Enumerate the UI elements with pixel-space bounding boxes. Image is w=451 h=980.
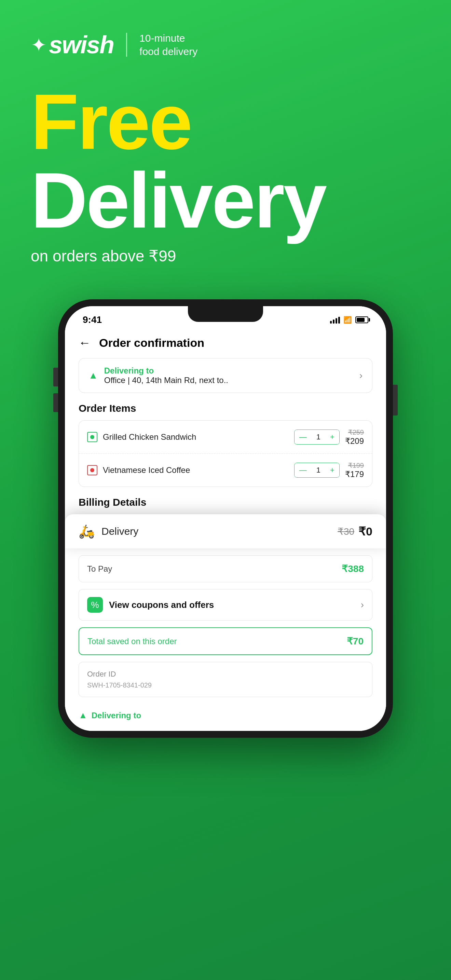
item-price-area: ₹259 ₹209 (345, 428, 364, 446)
logo-area: ✦ swish 10-minute food delivery (0, 0, 451, 72)
hero-subtitle: on orders above ₹99 (31, 247, 420, 265)
back-button[interactable]: ← (79, 336, 91, 350)
status-time: 9:41 (83, 314, 102, 325)
volume-up-button (53, 368, 58, 387)
order-id-value: SWH-1705-8341-029 (87, 681, 364, 689)
signal-bar-4 (338, 317, 340, 324)
billing-rows: To Pay ₹388 % View coupons and offers › … (79, 555, 372, 731)
phone-mockup: 9:41 📶 ← (58, 299, 393, 738)
delivering-to-label: Delivering to (104, 366, 228, 375)
item-price-old: ₹259 (345, 428, 364, 436)
delivery-bike-icon: 🛵 (79, 524, 95, 539)
order-item-row: Vietnamese Iced Coffee — 1 + ₹199 ₹179 (79, 453, 372, 487)
delivering-to-card[interactable]: ▲ Delivering to Office | 40, 14th Main R… (79, 358, 372, 393)
phone-screen: 9:41 📶 ← (65, 306, 386, 731)
billing-section: Billing Details (79, 496, 372, 508)
order-id-label: Order ID (87, 670, 364, 679)
coupons-left: % View coupons and offers (87, 597, 214, 612)
nonveg-icon (87, 432, 97, 442)
qty-minus-button[interactable]: — (294, 463, 311, 477)
signal-bar-2 (333, 320, 335, 324)
status-icons: 📶 (330, 316, 368, 324)
star-icon: ✦ (31, 34, 46, 56)
qty-control[interactable]: — 1 + (294, 430, 340, 445)
logo-divider (126, 33, 127, 57)
delivering-to-left: ▲ Delivering to Office | 40, 14th Main R… (89, 366, 228, 385)
phone-notch (188, 306, 263, 322)
delivery-banner-text: Delivery (102, 525, 138, 537)
veg-dot (90, 468, 94, 472)
item-left: Vietnamese Iced Coffee (87, 465, 190, 475)
power-button (393, 385, 398, 415)
brand-logo: ✦ swish (31, 31, 114, 59)
delivery-old-price: ₹30 (338, 526, 354, 537)
billing-title: Billing Details (79, 496, 372, 508)
chevron-right-icon: › (359, 370, 362, 381)
delivery-banner: 🛵 Delivery ₹30 ₹0 (65, 514, 386, 549)
nonveg-dot (90, 435, 94, 439)
item-name: Vietnamese Iced Coffee (103, 465, 190, 475)
delivering-bottom-pin-icon: ▲ (79, 710, 87, 721)
item-left: Grilled Chicken Sandwich (87, 432, 196, 442)
volume-down-button (53, 393, 58, 412)
battery-fill (357, 318, 365, 322)
order-item-row: Grilled Chicken Sandwich — 1 + ₹259 ₹209 (79, 421, 372, 453)
total-saved-amount: ₹70 (347, 636, 364, 647)
total-saved-label: Total saved on this order (87, 636, 177, 646)
qty-number: 1 (311, 430, 325, 444)
app-nav: ← Order confirmation (79, 329, 372, 358)
qty-plus-button[interactable]: + (325, 430, 339, 444)
coupons-text: View coupons and offers (109, 600, 214, 610)
coupons-chevron-icon: › (361, 599, 364, 610)
item-price-old: ₹199 (345, 461, 364, 469)
item-right: — 1 + ₹199 ₹179 (294, 461, 364, 479)
brand-name: swish (49, 31, 114, 59)
qty-plus-button[interactable]: + (325, 463, 339, 477)
delivery-new-price: ₹0 (359, 525, 372, 538)
total-saved-row: Total saved on this order ₹70 (79, 627, 372, 655)
qty-number: 1 (311, 463, 325, 477)
to-pay-label: To Pay (87, 564, 112, 574)
coupon-icon: % (87, 597, 103, 612)
delivering-to-address: Office | 40, 14th Main Rd, next to.. (104, 375, 228, 385)
item-name: Grilled Chicken Sandwich (103, 432, 196, 442)
order-id-card: Order ID SWH-1705-8341-029 (79, 662, 372, 697)
app-content: ← Order confirmation ▲ Delivering to Off… (65, 329, 386, 731)
item-price-new: ₹179 (345, 469, 364, 479)
hero-section: Free Delivery on orders above ₹99 (0, 72, 451, 286)
tagline-line1: 10-minute (140, 32, 197, 45)
delivery-banner-price: ₹30 ₹0 (338, 525, 372, 538)
signal-bar-3 (335, 318, 337, 324)
to-pay-amount: ₹388 (341, 563, 364, 574)
phone-side-buttons-right (393, 385, 398, 415)
signal-icon (330, 316, 340, 324)
order-items-card: Grilled Chicken Sandwich — 1 + ₹259 ₹209 (79, 420, 372, 487)
phone-side-buttons-left (53, 368, 58, 412)
hero-delivery-text: Delivery (31, 161, 420, 240)
delivering-to-info: Delivering to Office | 40, 14th Main Rd,… (104, 366, 228, 385)
delivering-bottom-text: Delivering to (92, 711, 141, 720)
delivery-banner-left: 🛵 Delivery (79, 524, 138, 539)
item-price-area: ₹199 ₹179 (345, 461, 364, 479)
wifi-icon: 📶 (343, 316, 352, 324)
coupons-row[interactable]: % View coupons and offers › (79, 589, 372, 620)
qty-control[interactable]: — 1 + (294, 463, 340, 478)
location-pin-icon: ▲ (89, 370, 98, 381)
nav-title: Order confirmation (99, 336, 204, 350)
logo-tagline: 10-minute food delivery (140, 32, 197, 58)
tagline-line2: food delivery (140, 45, 197, 58)
phone-container: 9:41 📶 ← (0, 299, 451, 765)
delivering-bottom: ▲ Delivering to (79, 704, 372, 731)
item-price-new: ₹209 (345, 436, 364, 446)
signal-bar-1 (330, 321, 332, 324)
veg-icon (87, 465, 97, 475)
battery-icon (355, 317, 368, 323)
hero-free-text: Free (31, 83, 420, 161)
qty-minus-button[interactable]: — (294, 430, 311, 444)
to-pay-row: To Pay ₹388 (79, 555, 372, 582)
order-items-title: Order Items (79, 402, 372, 414)
item-right: — 1 + ₹259 ₹209 (294, 428, 364, 446)
